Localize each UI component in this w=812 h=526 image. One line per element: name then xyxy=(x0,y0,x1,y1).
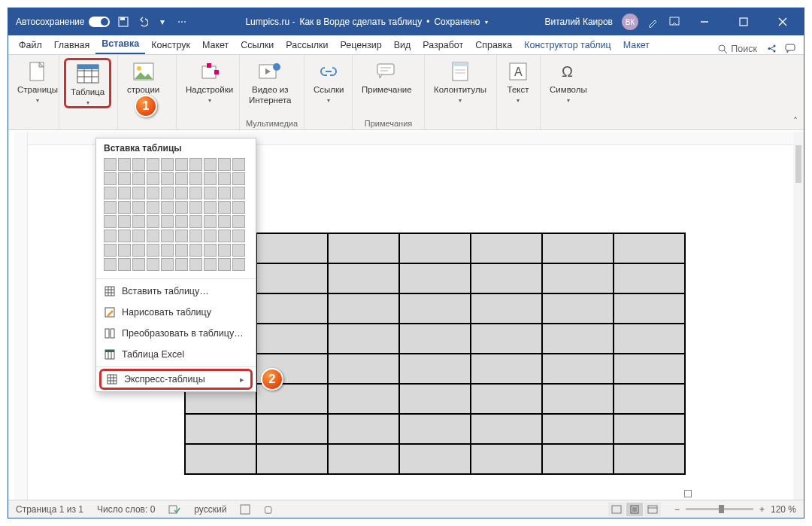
saved-status[interactable]: Сохранено xyxy=(434,17,480,27)
grid-cell[interactable] xyxy=(132,230,145,242)
table-cell[interactable] xyxy=(614,354,685,384)
grid-cell[interactable] xyxy=(147,215,159,228)
document-table[interactable] xyxy=(184,233,686,475)
vertical-scrollbar[interactable] xyxy=(793,132,804,500)
scroll-thumb[interactable] xyxy=(795,145,801,183)
grid-cell[interactable] xyxy=(204,187,217,199)
grid-cell[interactable] xyxy=(147,230,159,242)
table-cell[interactable] xyxy=(399,263,471,293)
close-button[interactable] xyxy=(768,8,798,35)
grid-cell[interactable] xyxy=(132,158,145,171)
tab-developer[interactable]: Разработ xyxy=(417,37,469,54)
table-cell[interactable] xyxy=(399,414,471,444)
table-cell[interactable] xyxy=(256,324,328,354)
minimize-button[interactable] xyxy=(689,8,720,35)
tab-review[interactable]: Рецензир xyxy=(334,37,387,54)
grid-cell[interactable] xyxy=(175,172,188,185)
redo-dropdown-icon[interactable]: ▾ xyxy=(156,16,168,28)
table-cell[interactable] xyxy=(471,293,542,324)
view-print[interactable] xyxy=(626,503,643,516)
grid-cell[interactable] xyxy=(118,158,131,171)
table-cell[interactable] xyxy=(399,384,471,414)
table-cell[interactable] xyxy=(256,414,328,444)
grid-cell[interactable] xyxy=(175,158,188,171)
table-cell[interactable] xyxy=(328,293,399,324)
grid-cell[interactable] xyxy=(147,187,159,199)
symbols-button[interactable]: Ω Символы▾ xyxy=(545,58,592,105)
grid-cell[interactable] xyxy=(161,230,174,242)
menu-insert-table[interactable]: Вставить таблицу… xyxy=(96,281,256,302)
grid-cell[interactable] xyxy=(218,258,231,271)
zoom-value[interactable]: 120 % xyxy=(771,504,796,515)
table-cell[interactable] xyxy=(471,384,542,414)
grid-cell[interactable] xyxy=(118,172,131,185)
grid-cell[interactable] xyxy=(232,258,245,271)
grid-cell[interactable] xyxy=(175,244,188,257)
addins-button[interactable]: Надстройки▾ xyxy=(181,58,238,105)
ribbon-options-icon[interactable] xyxy=(668,16,680,28)
grid-cell[interactable] xyxy=(118,230,131,242)
grid-cell[interactable] xyxy=(104,172,117,185)
tab-table-design[interactable]: Конструктор таблиц xyxy=(518,37,617,54)
grid-cell[interactable] xyxy=(104,201,117,214)
grid-cell[interactable] xyxy=(132,244,145,257)
tab-references[interactable]: Ссылки xyxy=(235,37,280,54)
menu-quick-tables[interactable]: Экспресс-таблицы ▸ xyxy=(99,369,253,390)
grid-cell[interactable] xyxy=(204,244,217,257)
table-cell[interactable] xyxy=(256,293,328,324)
view-web[interactable] xyxy=(644,503,661,516)
grid-cell[interactable] xyxy=(175,187,188,199)
table-cell[interactable] xyxy=(185,414,256,444)
table-button[interactable]: Таблица▾ xyxy=(64,58,111,108)
grid-cell[interactable] xyxy=(132,172,145,185)
status-language[interactable]: русский xyxy=(194,504,226,515)
grid-cell[interactable] xyxy=(132,258,145,271)
tab-insert[interactable]: Вставка xyxy=(95,35,145,54)
table-cell[interactable] xyxy=(542,324,614,354)
grid-cell[interactable] xyxy=(218,201,231,214)
grid-cell[interactable] xyxy=(204,230,217,242)
grid-cell[interactable] xyxy=(147,172,159,185)
table-cell[interactable] xyxy=(256,263,328,293)
grid-cell[interactable] xyxy=(118,201,131,214)
grid-cell[interactable] xyxy=(232,172,245,185)
accessibility-icon[interactable] xyxy=(240,504,250,515)
table-cell[interactable] xyxy=(542,233,614,263)
grid-cell[interactable] xyxy=(218,244,231,257)
grid-cell[interactable] xyxy=(204,258,217,271)
table-cell[interactable] xyxy=(542,354,614,384)
table-cell[interactable] xyxy=(471,354,542,384)
view-focus[interactable] xyxy=(608,503,625,516)
grid-cell[interactable] xyxy=(161,201,174,214)
menu-draw-table[interactable]: Нарисовать таблицу xyxy=(96,302,256,323)
grid-cell[interactable] xyxy=(118,187,131,199)
table-cell[interactable] xyxy=(256,444,328,474)
draw-toggle-icon[interactable] xyxy=(647,16,659,28)
table-resize-handle[interactable] xyxy=(684,490,692,497)
grid-cell[interactable] xyxy=(147,201,159,214)
table-cell[interactable] xyxy=(328,354,399,384)
grid-cell[interactable] xyxy=(118,215,131,228)
zoom-out[interactable]: − xyxy=(674,504,680,515)
grid-cell[interactable] xyxy=(175,258,188,271)
status-wordcount[interactable]: Число слов: 0 xyxy=(97,504,155,515)
grid-cell[interactable] xyxy=(232,230,245,242)
spellcheck-icon[interactable] xyxy=(168,504,180,515)
comments-button[interactable] xyxy=(781,43,799,54)
table-cell[interactable] xyxy=(328,444,399,474)
table-cell[interactable] xyxy=(185,444,256,474)
grid-cell[interactable] xyxy=(218,230,231,242)
header-footer-button[interactable]: Колонтитулы▾ xyxy=(429,58,491,105)
table-cell[interactable] xyxy=(471,444,542,474)
grid-cell[interactable] xyxy=(189,158,202,171)
table-cell[interactable] xyxy=(614,444,685,474)
table-cell[interactable] xyxy=(399,324,471,354)
table-cell[interactable] xyxy=(399,233,471,263)
tab-home[interactable]: Главная xyxy=(48,37,96,54)
table-cell[interactable] xyxy=(542,384,614,414)
table-cell[interactable] xyxy=(328,414,399,444)
share-button[interactable] xyxy=(763,43,781,54)
links-button[interactable]: Ссылки▾ xyxy=(309,58,349,105)
comment-button[interactable]: Примечание xyxy=(357,58,417,97)
grid-cell[interactable] xyxy=(204,172,217,185)
